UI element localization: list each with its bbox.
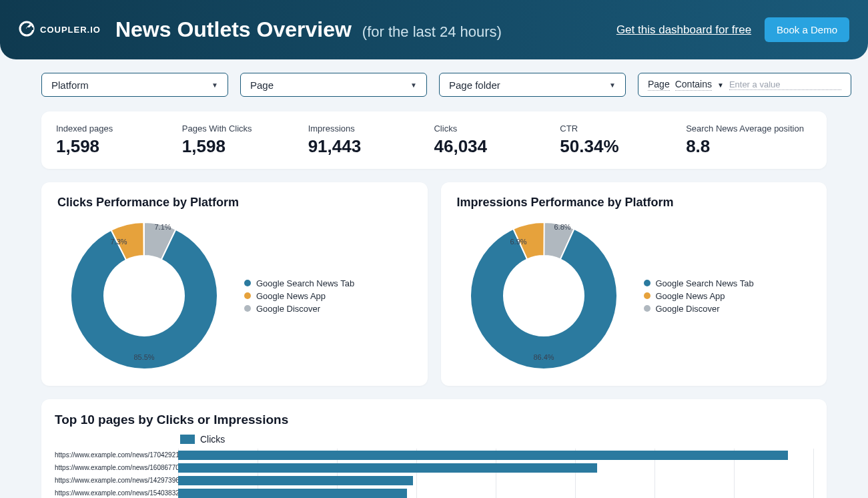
svg-rect-1: [27, 27, 33, 30]
stat-label: Indexed pages: [56, 123, 182, 134]
bars-legend-label: Clicks: [200, 434, 225, 445]
clicks-donut-chart: 7.1%7.3%85.5%: [57, 219, 231, 372]
adv-field-label: Page: [648, 79, 670, 91]
clicks-donut-title: Clicks Performance by Platform: [57, 196, 412, 210]
platform-dropdown-label: Platform: [51, 79, 89, 91]
legend-label: Google News App: [656, 291, 725, 301]
legend-label: Google Search News Tab: [656, 278, 754, 288]
dot-icon: [644, 292, 650, 299]
adv-operator-label: Contains: [675, 79, 712, 91]
bar-row: https://www.example.com/news/16086770: [55, 461, 813, 474]
stat-label: Clicks: [434, 123, 560, 134]
get-dashboard-link[interactable]: Get this dashboard for free: [616, 23, 751, 37]
bars-legend: Clicks: [180, 434, 813, 445]
dot-icon: [244, 305, 251, 312]
impressions-donut-chart: 6.8%6.9%86.4%: [457, 219, 630, 372]
impressions-donut-card: Impressions Performance by Platform 6.8%…: [441, 182, 827, 386]
legend-swatch: [180, 435, 195, 444]
svg-text:85.5%: 85.5%: [133, 353, 154, 361]
advanced-filter[interactable]: Page Contains ▼: [638, 73, 851, 97]
bar-row: https://www.example.com/news/17042921: [55, 449, 813, 461]
chevron-down-icon: ▼: [717, 81, 724, 89]
clicks-donut-legend: Google Search News Tab Google News App G…: [244, 276, 354, 316]
top-pages-title: Top 10 pages by Clicks or Impressions: [55, 413, 813, 427]
chevron-down-icon: ▼: [211, 81, 218, 89]
page-folder-dropdown-label: Page folder: [449, 79, 500, 91]
svg-text:86.4%: 86.4%: [533, 353, 554, 361]
adv-value-input[interactable]: [729, 79, 841, 90]
dot-icon: [244, 280, 251, 286]
book-demo-button[interactable]: Book a Demo: [765, 17, 849, 42]
bar-fill: [178, 476, 413, 485]
bar-label: https://www.example.com/news/14297396: [55, 477, 178, 484]
page-dropdown-label: Page: [250, 79, 274, 91]
chevron-down-icon: ▼: [410, 81, 417, 89]
bar-fill: [178, 489, 407, 498]
svg-text:7.1%: 7.1%: [154, 223, 171, 231]
title-block: News Outlets Overview (for the last 24 h…: [115, 17, 502, 42]
logo-icon: [19, 21, 35, 39]
stat-value: 91,443: [308, 136, 434, 157]
stat-value: 1,598: [56, 136, 182, 157]
bar-label: https://www.example.com/news/17042921: [55, 451, 178, 459]
top-pages-bar-chart: https://www.example.com/news/17042921htt…: [55, 449, 813, 498]
logo-text: COUPLER.IO: [40, 25, 101, 35]
stats-bar: Indexed pages1,598 Pages With Clicks1,59…: [41, 111, 827, 169]
stat-value: 50.34%: [560, 136, 686, 157]
legend-label: Google Discover: [256, 304, 320, 314]
stat-value: 1,598: [182, 136, 308, 157]
bar-fill: [178, 451, 788, 460]
legend-label: Google Search News Tab: [256, 278, 354, 288]
impressions-donut-title: Impressions Performance by Platform: [457, 196, 811, 210]
legend-label: Google News App: [256, 291, 326, 301]
stat-value: 8.8: [686, 136, 812, 157]
dot-icon: [644, 280, 650, 286]
bar-row: https://www.example.com/news/15403832: [55, 487, 813, 498]
chevron-down-icon: ▼: [609, 81, 616, 89]
logo: COUPLER.IO: [19, 21, 101, 39]
stat-label: Pages With Clicks: [182, 123, 308, 134]
stat-label: CTR: [560, 123, 686, 134]
bar-label: https://www.example.com/news/15403832: [55, 489, 178, 497]
top-pages-card: Top 10 pages by Clicks or Impressions Cl…: [41, 399, 827, 498]
svg-text:6.9%: 6.9%: [510, 238, 526, 246]
clicks-donut-card: Clicks Performance by Platform 7.1%7.3%8…: [41, 182, 428, 386]
stat-label: Impressions: [308, 123, 434, 134]
app-header: COUPLER.IO News Outlets Overview (for th…: [0, 0, 868, 59]
dot-icon: [644, 305, 650, 312]
page-subtitle: (for the last 24 hours): [362, 23, 502, 41]
page-title: News Outlets Overview: [115, 17, 352, 42]
stat-label: Search News Average position: [686, 123, 812, 134]
impressions-donut-legend: Google Search News Tab Google News App G…: [644, 276, 754, 316]
page-folder-dropdown[interactable]: Page folder ▼: [439, 73, 626, 97]
page-dropdown[interactable]: Page ▼: [240, 73, 427, 97]
dot-icon: [244, 292, 251, 299]
svg-text:7.3%: 7.3%: [110, 238, 127, 246]
bar-label: https://www.example.com/news/16086770: [55, 464, 178, 471]
bar-row: https://www.example.com/news/14297396: [55, 474, 813, 487]
platform-dropdown[interactable]: Platform ▼: [41, 73, 228, 97]
legend-label: Google Discover: [656, 304, 720, 314]
filter-bar: Platform ▼ Page ▼ Page folder ▼ Page Con…: [0, 59, 868, 97]
bar-fill: [178, 463, 597, 473]
stat-value: 46,034: [434, 136, 560, 157]
svg-text:6.8%: 6.8%: [554, 223, 570, 231]
